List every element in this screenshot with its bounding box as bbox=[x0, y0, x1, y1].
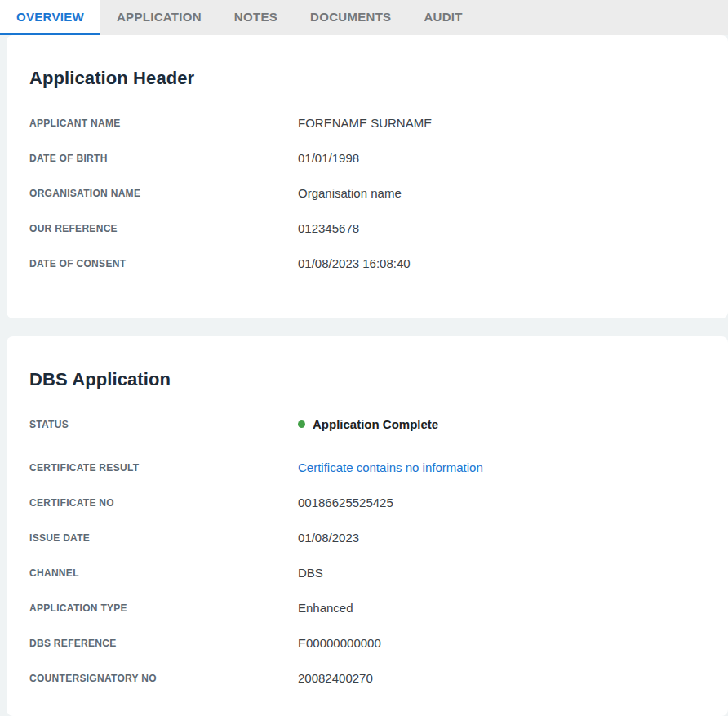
tab-audit[interactable]: AUDIT bbox=[407, 0, 478, 35]
field-row-organisation-name: ORGANISATION NAME Organisation name bbox=[29, 176, 705, 211]
field-row-certificate-result: CERTIFICATE RESULT Certificate contains … bbox=[29, 450, 705, 485]
card-application-header: Application Header APPLICANT NAME FORENA… bbox=[7, 35, 728, 318]
tab-label: OVERVIEW bbox=[16, 10, 84, 24]
field-label-applicant-name: APPLICANT NAME bbox=[29, 118, 298, 129]
dbs-application-title: DBS Application bbox=[29, 336, 705, 392]
field-label-application-type: APPLICATION TYPE bbox=[29, 603, 298, 614]
field-row-date-of-birth: DATE OF BIRTH 01/01/1998 bbox=[29, 140, 705, 176]
tab-overview[interactable]: OVERVIEW bbox=[0, 0, 100, 35]
field-value-our-reference: 012345678 bbox=[298, 221, 359, 235]
card-dbs-application: DBS Application STATUS Application Compl… bbox=[7, 336, 728, 716]
card-fields: APPLICANT NAME FORENAME SURNAME DATE OF … bbox=[29, 105, 705, 281]
field-row-countersignatory-no: COUNTERSIGNATORY NO 20082400270 bbox=[29, 660, 705, 696]
field-row-applicant-name: APPLICANT NAME FORENAME SURNAME bbox=[29, 105, 705, 140]
tab-documents[interactable]: DOCUMENTS bbox=[294, 0, 407, 35]
field-label-countersignatory-no: COUNTERSIGNATORY NO bbox=[29, 673, 298, 684]
field-row-status: STATUS Application Complete bbox=[29, 407, 705, 442]
tab-label: NOTES bbox=[234, 10, 277, 24]
field-value-dbs-reference: E00000000000 bbox=[298, 636, 381, 650]
status-text: Application Complete bbox=[313, 417, 438, 431]
tab-label: DOCUMENTS bbox=[310, 10, 391, 24]
status-dot-icon bbox=[298, 420, 305, 428]
field-row-certificate-no: CERTIFICATE NO 00186625525425 bbox=[29, 485, 705, 520]
field-label-our-reference: OUR REFERENCE bbox=[29, 223, 298, 234]
tab-bar: OVERVIEW APPLICATION NOTES DOCUMENTS AUD… bbox=[0, 0, 728, 35]
field-row-application-type: APPLICATION TYPE Enhanced bbox=[29, 590, 705, 625]
field-value-status: Application Complete bbox=[298, 417, 438, 431]
certificate-result-link[interactable]: Certificate contains no information bbox=[298, 460, 483, 474]
field-label-issue-date: ISSUE DATE bbox=[29, 532, 298, 544]
field-value-countersignatory-no: 20082400270 bbox=[298, 671, 373, 685]
field-label-certificate-no: CERTIFICATE NO bbox=[29, 497, 298, 509]
field-value-applicant-name: FORENAME SURNAME bbox=[298, 116, 432, 130]
field-label-organisation-name: ORGANISATION NAME bbox=[29, 188, 298, 199]
field-value-channel: DBS bbox=[298, 566, 323, 580]
application-header-title: Application Header bbox=[29, 35, 705, 91]
field-row-dbs-reference: DBS REFERENCE E00000000000 bbox=[29, 625, 705, 660]
field-row-issue-date: ISSUE DATE 01/08/2023 bbox=[29, 520, 705, 555]
field-value-certificate-no: 00186625525425 bbox=[298, 496, 393, 509]
field-value-organisation-name: Organisation name bbox=[298, 186, 402, 200]
field-row-our-reference: OUR REFERENCE 012345678 bbox=[29, 211, 705, 246]
tab-label: APPLICATION bbox=[117, 10, 202, 24]
field-label-dbs-reference: DBS REFERENCE bbox=[29, 638, 298, 649]
field-row-date-of-consent: DATE OF CONSENT 01/08/2023 16:08:40 bbox=[29, 246, 705, 281]
field-label-certificate-result: CERTIFICATE RESULT bbox=[29, 462, 298, 474]
field-label-date-of-consent: DATE OF CONSENT bbox=[29, 258, 298, 269]
field-label-status: STATUS bbox=[29, 419, 298, 430]
overview-panel: Application Header APPLICANT NAME FORENA… bbox=[0, 35, 728, 716]
field-label-channel: CHANNEL bbox=[29, 567, 298, 579]
field-label-date-of-birth: DATE OF BIRTH bbox=[29, 153, 298, 164]
tab-label: AUDIT bbox=[424, 10, 462, 24]
tab-notes[interactable]: NOTES bbox=[218, 0, 294, 35]
field-value-issue-date: 01/08/2023 bbox=[298, 531, 359, 545]
tab-application[interactable]: APPLICATION bbox=[100, 0, 218, 35]
card-fields: STATUS Application Complete CERTIFICATE … bbox=[29, 407, 705, 696]
field-value-date-of-consent: 01/08/2023 16:08:40 bbox=[298, 256, 411, 270]
field-value-date-of-birth: 01/01/1998 bbox=[298, 151, 359, 165]
field-value-application-type: Enhanced bbox=[298, 601, 353, 615]
field-row-channel: CHANNEL DBS bbox=[29, 555, 705, 590]
